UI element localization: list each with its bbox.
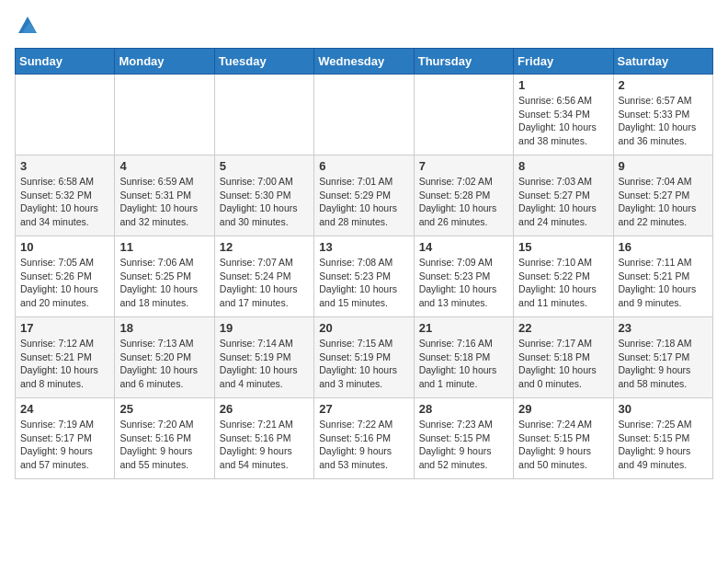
calendar-cell: 24Sunrise: 7:19 AM Sunset: 5:17 PM Dayli…: [16, 398, 115, 479]
day-number: 6: [319, 159, 408, 173]
day-header-saturday: Saturday: [613, 49, 712, 75]
day-header-friday: Friday: [514, 49, 613, 75]
week-row-3: 10Sunrise: 7:05 AM Sunset: 5:26 PM Dayli…: [16, 236, 713, 317]
day-info: Sunrise: 7:10 AM Sunset: 5:22 PM Dayligh…: [518, 256, 608, 310]
week-row-1: 1Sunrise: 6:56 AM Sunset: 5:34 PM Daylig…: [16, 75, 713, 155]
calendar-cell: 9Sunrise: 7:04 AM Sunset: 5:27 PM Daylig…: [613, 155, 712, 236]
day-header-thursday: Thursday: [414, 49, 513, 75]
day-number: 11: [119, 240, 209, 254]
day-info: Sunrise: 7:06 AM Sunset: 5:25 PM Dayligh…: [119, 256, 209, 310]
calendar-cell: 13Sunrise: 7:08 AM Sunset: 5:23 PM Dayli…: [314, 236, 414, 317]
day-number: 13: [319, 240, 408, 254]
calendar-cell: 4Sunrise: 6:59 AM Sunset: 5:31 PM Daylig…: [115, 155, 214, 236]
calendar-cell: 2Sunrise: 6:57 AM Sunset: 5:33 PM Daylig…: [613, 75, 712, 155]
calendar-cell: 12Sunrise: 7:07 AM Sunset: 5:24 PM Dayli…: [214, 236, 313, 317]
calendar-cell: 14Sunrise: 7:09 AM Sunset: 5:23 PM Dayli…: [414, 236, 513, 317]
day-number: 2: [619, 78, 708, 92]
day-number: 12: [220, 240, 309, 254]
day-info: Sunrise: 7:18 AM Sunset: 5:17 PM Dayligh…: [619, 337, 708, 391]
day-info: Sunrise: 7:15 AM Sunset: 5:19 PM Dayligh…: [319, 337, 408, 391]
day-number: 7: [419, 159, 508, 173]
day-info: Sunrise: 7:04 AM Sunset: 5:27 PM Dayligh…: [619, 175, 708, 229]
calendar-cell: [214, 75, 313, 155]
header-row: SundayMondayTuesdayWednesdayThursdayFrid…: [16, 49, 713, 75]
day-info: Sunrise: 7:00 AM Sunset: 5:30 PM Dayligh…: [220, 175, 309, 229]
page-header: [15, 15, 713, 37]
day-number: 24: [20, 402, 109, 416]
day-info: Sunrise: 7:13 AM Sunset: 5:20 PM Dayligh…: [119, 337, 209, 391]
day-info: Sunrise: 7:09 AM Sunset: 5:23 PM Dayligh…: [419, 256, 508, 310]
day-number: 26: [220, 402, 309, 416]
day-number: 1: [518, 78, 608, 92]
day-info: Sunrise: 7:17 AM Sunset: 5:18 PM Dayligh…: [518, 337, 608, 391]
day-number: 25: [119, 402, 209, 416]
day-number: 3: [20, 159, 109, 173]
day-info: Sunrise: 7:21 AM Sunset: 5:16 PM Dayligh…: [220, 418, 309, 472]
day-info: Sunrise: 7:12 AM Sunset: 5:21 PM Dayligh…: [20, 337, 109, 391]
calendar-cell: [115, 75, 214, 155]
day-number: 5: [220, 159, 309, 173]
week-row-2: 3Sunrise: 6:58 AM Sunset: 5:32 PM Daylig…: [16, 155, 713, 236]
day-info: Sunrise: 6:58 AM Sunset: 5:32 PM Dayligh…: [20, 175, 109, 229]
calendar-cell: [16, 75, 115, 155]
day-number: 17: [20, 321, 109, 335]
day-info: Sunrise: 7:16 AM Sunset: 5:18 PM Dayligh…: [419, 337, 508, 391]
day-header-wednesday: Wednesday: [314, 49, 414, 75]
day-number: 9: [619, 159, 708, 173]
logo-icon: [17, 15, 39, 37]
calendar-cell: 17Sunrise: 7:12 AM Sunset: 5:21 PM Dayli…: [16, 317, 115, 398]
day-header-monday: Monday: [115, 49, 214, 75]
day-number: 23: [619, 321, 708, 335]
calendar-cell: 26Sunrise: 7:21 AM Sunset: 5:16 PM Dayli…: [214, 398, 313, 479]
day-info: Sunrise: 7:25 AM Sunset: 5:15 PM Dayligh…: [619, 418, 708, 472]
day-header-sunday: Sunday: [16, 49, 115, 75]
calendar-cell: 15Sunrise: 7:10 AM Sunset: 5:22 PM Dayli…: [514, 236, 613, 317]
day-info: Sunrise: 7:20 AM Sunset: 5:16 PM Dayligh…: [119, 418, 209, 472]
day-number: 28: [419, 402, 508, 416]
day-info: Sunrise: 7:22 AM Sunset: 5:16 PM Dayligh…: [319, 418, 408, 472]
day-info: Sunrise: 7:05 AM Sunset: 5:26 PM Dayligh…: [20, 256, 109, 310]
calendar-cell: 16Sunrise: 7:11 AM Sunset: 5:21 PM Dayli…: [613, 236, 712, 317]
calendar-cell: [314, 75, 414, 155]
day-number: 18: [119, 321, 209, 335]
calendar-cell: 21Sunrise: 7:16 AM Sunset: 5:18 PM Dayli…: [414, 317, 513, 398]
calendar-cell: 5Sunrise: 7:00 AM Sunset: 5:30 PM Daylig…: [214, 155, 313, 236]
day-number: 20: [319, 321, 408, 335]
calendar-cell: 6Sunrise: 7:01 AM Sunset: 5:29 PM Daylig…: [314, 155, 414, 236]
calendar-cell: 18Sunrise: 7:13 AM Sunset: 5:20 PM Dayli…: [115, 317, 214, 398]
week-row-4: 17Sunrise: 7:12 AM Sunset: 5:21 PM Dayli…: [16, 317, 713, 398]
calendar-cell: [414, 75, 513, 155]
day-info: Sunrise: 6:57 AM Sunset: 5:33 PM Dayligh…: [619, 94, 708, 148]
calendar-cell: 23Sunrise: 7:18 AM Sunset: 5:17 PM Dayli…: [613, 317, 712, 398]
day-info: Sunrise: 7:08 AM Sunset: 5:23 PM Dayligh…: [319, 256, 408, 310]
day-header-tuesday: Tuesday: [214, 49, 313, 75]
calendar-table: SundayMondayTuesdayWednesdayThursdayFrid…: [15, 48, 713, 479]
calendar-cell: 22Sunrise: 7:17 AM Sunset: 5:18 PM Dayli…: [514, 317, 613, 398]
day-info: Sunrise: 7:19 AM Sunset: 5:17 PM Dayligh…: [20, 418, 109, 472]
day-number: 10: [20, 240, 109, 254]
calendar-cell: 3Sunrise: 6:58 AM Sunset: 5:32 PM Daylig…: [16, 155, 115, 236]
day-number: 14: [419, 240, 508, 254]
day-info: Sunrise: 7:01 AM Sunset: 5:29 PM Dayligh…: [319, 175, 408, 229]
day-info: Sunrise: 7:24 AM Sunset: 5:15 PM Dayligh…: [518, 418, 608, 472]
calendar-cell: 8Sunrise: 7:03 AM Sunset: 5:27 PM Daylig…: [514, 155, 613, 236]
calendar-cell: 19Sunrise: 7:14 AM Sunset: 5:19 PM Dayli…: [214, 317, 313, 398]
calendar-cell: 10Sunrise: 7:05 AM Sunset: 5:26 PM Dayli…: [16, 236, 115, 317]
day-info: Sunrise: 7:14 AM Sunset: 5:19 PM Dayligh…: [220, 337, 309, 391]
day-number: 19: [220, 321, 309, 335]
calendar-cell: 27Sunrise: 7:22 AM Sunset: 5:16 PM Dayli…: [314, 398, 414, 479]
calendar-cell: 30Sunrise: 7:25 AM Sunset: 5:15 PM Dayli…: [613, 398, 712, 479]
day-info: Sunrise: 6:59 AM Sunset: 5:31 PM Dayligh…: [119, 175, 209, 229]
calendar-cell: 7Sunrise: 7:02 AM Sunset: 5:28 PM Daylig…: [414, 155, 513, 236]
day-number: 21: [419, 321, 508, 335]
day-number: 22: [518, 321, 608, 335]
day-number: 30: [619, 402, 708, 416]
day-number: 8: [518, 159, 608, 173]
day-info: Sunrise: 7:03 AM Sunset: 5:27 PM Dayligh…: [518, 175, 608, 229]
calendar-cell: 28Sunrise: 7:23 AM Sunset: 5:15 PM Dayli…: [414, 398, 513, 479]
day-info: Sunrise: 7:23 AM Sunset: 5:15 PM Dayligh…: [419, 418, 508, 472]
calendar-cell: 20Sunrise: 7:15 AM Sunset: 5:19 PM Dayli…: [314, 317, 414, 398]
week-row-5: 24Sunrise: 7:19 AM Sunset: 5:17 PM Dayli…: [16, 398, 713, 479]
day-number: 4: [119, 159, 209, 173]
day-number: 29: [518, 402, 608, 416]
